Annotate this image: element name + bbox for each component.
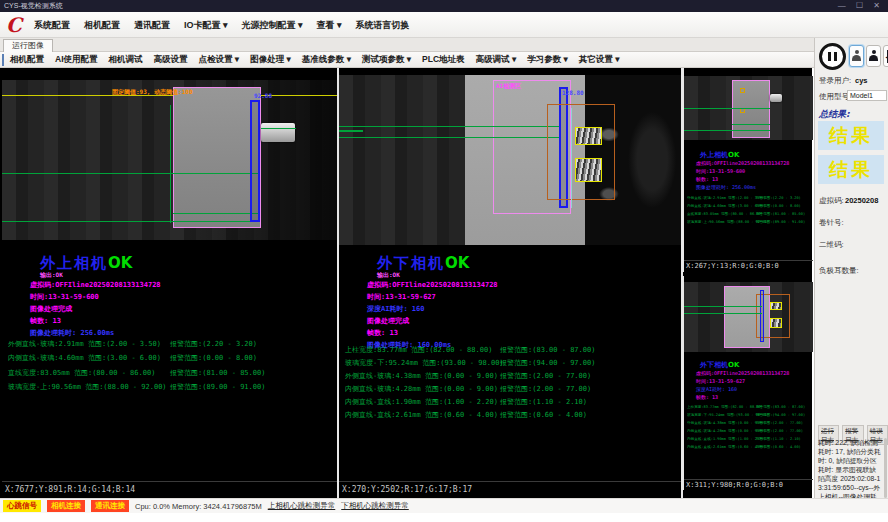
thumb-alarm: 报警范围:(81.00 - 85.00) bbox=[756, 211, 805, 216]
thumb-tab-box-1 bbox=[770, 302, 782, 310]
tool-camera-debug[interactable]: 相机调试 bbox=[109, 54, 143, 66]
alarm-range: 报警范围:(2.00 - 77.00) bbox=[500, 371, 591, 381]
thumbnail-view-upper[interactable]: 外上相机OK 虚拟码:OFFIline20250208133134728 时间:… bbox=[683, 68, 812, 272]
frames-line: 帧数: 13 bbox=[30, 316, 61, 326]
login-user-value: cys bbox=[855, 76, 868, 85]
alarm-range: 报警范围:(0.60 - 4.00) bbox=[500, 410, 587, 420]
frames-line: 帧数: 13 bbox=[367, 328, 398, 338]
window-titlebar[interactable]: CYS-视觉检测系统 — ☐ ✕ bbox=[0, 0, 888, 12]
thumbnail-view-lower[interactable]: 外下相机OK 虚拟码:OFFIline20250208133134728 时间:… bbox=[683, 276, 812, 490]
log-scrollbar[interactable] bbox=[884, 438, 887, 498]
user-login-button[interactable] bbox=[849, 45, 864, 67]
measure-row: 内侧直线-玻璃:4.28mm 范围:(0.00 - 9.00) bbox=[345, 384, 498, 394]
thumb-title: 外下相机OK bbox=[700, 360, 739, 370]
user-switch-button[interactable] bbox=[866, 45, 881, 67]
thumb-elapsed: 图像处理耗时: 256.00ms bbox=[696, 184, 756, 190]
elapsed-line: 图像处理耗时: 256.00ms bbox=[30, 328, 114, 338]
alarm-range: 报警范围:(2.00 - 77.00) bbox=[500, 384, 591, 394]
thumb-measure: 直线宽度:83.05mm 范围:(80.00 - 86.00) bbox=[687, 211, 763, 216]
right-control-panel: ➜ 登录用户: cys 使用型号: Model1 总结果: 结果 结果 虚拟码:… bbox=[814, 38, 888, 512]
tool-other-settings[interactable]: 其它设置 ▾ bbox=[579, 54, 620, 66]
exit-button[interactable]: ➜ bbox=[883, 45, 888, 67]
total-result-label: 总结果: bbox=[819, 108, 850, 121]
tool-advanced-debug[interactable]: 高级调试 ▾ bbox=[476, 54, 517, 66]
thumb-green-line-1 bbox=[684, 306, 762, 307]
thumb-time: 时间:13-31-59-600 bbox=[696, 168, 745, 174]
camera-name: 外上相机 bbox=[40, 254, 108, 272]
overlay-green-stub bbox=[339, 130, 363, 132]
tool-learning-params[interactable]: 学习参数 ▾ bbox=[527, 54, 568, 66]
pixel-coords-readout: X:270;Y:2502;R:17;G:17;B:17 bbox=[342, 485, 472, 494]
barcode-line: 虚拟码:OFFIline20250208133134728 bbox=[30, 280, 161, 290]
needle-no-label: 卷针号: bbox=[819, 218, 844, 228]
menu-system-config[interactable]: 系统配置 bbox=[34, 19, 70, 32]
virtual-code-label: 虚拟码: bbox=[819, 196, 844, 206]
overlay-green-vline bbox=[170, 105, 171, 223]
measure-row: 内侧直线-直线:2.61mm 范围:(0.60 - 4.00) bbox=[345, 410, 498, 420]
divider bbox=[684, 260, 813, 261]
tab-run-image[interactable]: 运行图像 bbox=[3, 39, 53, 52]
alarm-range: 报警范围:(0.00 - 8.00) bbox=[170, 353, 257, 363]
tool-camera-config[interactable]: 相机配置 bbox=[10, 54, 44, 66]
thumb-mark-1 bbox=[740, 88, 745, 93]
pause-icon bbox=[828, 52, 831, 61]
overlay-green-line-2 bbox=[339, 137, 561, 138]
menu-comm-config[interactable]: 通讯配置 bbox=[134, 19, 170, 32]
tool-baseline-params[interactable]: 基准线参数 ▾ bbox=[302, 54, 351, 66]
tool-image-processing[interactable]: 图像处理 ▾ bbox=[250, 54, 291, 66]
window-controls[interactable]: — ☐ ✕ bbox=[838, 0, 884, 12]
thumb-measure: 外侧直线-玻璃:4.38mm 范围:(0.00 - 9.00) bbox=[687, 420, 766, 425]
view-subtitle: 输出:OK bbox=[40, 271, 63, 280]
menu-io-config[interactable]: IO卡配置 ▾ bbox=[184, 19, 228, 32]
thumb-alarm: 报警范围:(2.00 - 77.00) bbox=[756, 420, 803, 425]
thumb-alarm: 报警范围:(0.60 - 4.00) bbox=[756, 444, 801, 449]
camera-view-lower-outer[interactable]: AI检测区 128.80 外下相机OK 输出:OK 虚拟码:OFFIline20… bbox=[339, 68, 681, 498]
thumb-green-line-3 bbox=[684, 130, 770, 131]
thumb-measure: 内侧直线-直线:1.90mm 范围:(1.00 - 2.20) bbox=[687, 436, 766, 441]
overlay-blue-value: 128.80 bbox=[562, 89, 584, 96]
camera-link-badge: 相机连接 bbox=[47, 500, 85, 512]
tab-strip: 运行图像 bbox=[0, 38, 888, 52]
menu-view[interactable]: 查看 ▾ bbox=[317, 19, 342, 32]
model-select[interactable]: Model1 bbox=[847, 90, 887, 101]
thumb-camera-name: 外下相机 bbox=[700, 361, 728, 369]
thumb-green-line-1 bbox=[684, 108, 770, 109]
overlay-blue-value: 92.88 bbox=[254, 92, 272, 99]
thumb-alarm: 报警范围:(2.20 - 3.20) bbox=[756, 195, 801, 200]
thumb-result-ok: OK bbox=[728, 151, 739, 159]
pause-button[interactable] bbox=[819, 43, 846, 70]
thumb-ai-time: 深度AI耗时: 160 bbox=[696, 386, 737, 392]
measure-row: 直线宽度:83.05mm 范围:(80.00 - 86.00) bbox=[8, 368, 155, 378]
thumb-frames: 帧数: 13 bbox=[696, 176, 718, 182]
menu-items: 系统配置 相机配置 通讯配置 IO卡配置 ▾ 光源控制配置 ▾ 查看 ▾ 系统语… bbox=[34, 12, 410, 38]
menu-bar: C 系统配置 相机配置 通讯配置 IO卡配置 ▾ 光源控制配置 ▾ 查看 ▾ 系… bbox=[0, 12, 888, 38]
tool-advanced-settings[interactable]: 高级设置 bbox=[154, 54, 188, 66]
pixel-coords-readout: X:7677;Y:891;R:14;G:14;B:14 bbox=[5, 485, 135, 494]
thumb-alarm: 报警范围:(2.00 - 77.00) bbox=[756, 428, 803, 433]
menu-light-config[interactable]: 光源控制配置 ▾ bbox=[242, 19, 303, 32]
thumb-measure: 外侧直线-玻璃:2.91mm 范围:(2.00 - 3.50) bbox=[687, 195, 766, 200]
overlay-green-line-2 bbox=[173, 213, 260, 214]
menu-camera-config[interactable]: 相机配置 bbox=[84, 19, 120, 32]
toolbar-grip bbox=[2, 54, 4, 66]
tool-spotcheck-settings[interactable]: 点检设置 ▾ bbox=[199, 54, 240, 66]
heartbeat-badge: 心跳信号 bbox=[3, 500, 41, 512]
camera-name: 外下相机 bbox=[377, 254, 445, 272]
thumb-barcode: 虚拟码:OFFIline20250208133134728 bbox=[696, 160, 789, 166]
thumb-alarm: 报警范围:(89.00 - 91.00) bbox=[756, 219, 805, 224]
time-line: 时间:13-31-59-627 bbox=[367, 292, 436, 302]
camera-view-upper-outer[interactable]: 固定阈值:93, 动态阈值:100 92.88 外上相机OK 输出:OK 虚拟码… bbox=[2, 68, 337, 498]
divider bbox=[2, 481, 337, 482]
measure-row: 玻璃宽度-上:90.56mm 范围:(88.00 - 92.00) bbox=[8, 382, 167, 392]
menu-language-switch[interactable]: 系统语言切换 bbox=[356, 19, 410, 32]
thumb-alarm: 报警范围:(94.00 - 97.00) bbox=[756, 412, 805, 417]
measure-row: 内侧直线-直线:1.90mm 范围:(1.00 - 2.20) bbox=[345, 397, 498, 407]
tool-ai-use-config[interactable]: AI使用配置 bbox=[55, 54, 98, 66]
tool-plc-address-table[interactable]: PLC地址表 bbox=[422, 54, 465, 66]
camera-image-middle-left[interactable] bbox=[339, 75, 469, 245]
qr-code-label: 二维码: bbox=[819, 240, 844, 250]
login-user-label: 登录用户: bbox=[819, 76, 851, 86]
result-box-upper: 结果 bbox=[818, 121, 884, 150]
tool-test-params[interactable]: 测试项参数 ▾ bbox=[362, 54, 411, 66]
alarm-range: 报警范围:(89.00 - 91.00) bbox=[170, 382, 265, 392]
